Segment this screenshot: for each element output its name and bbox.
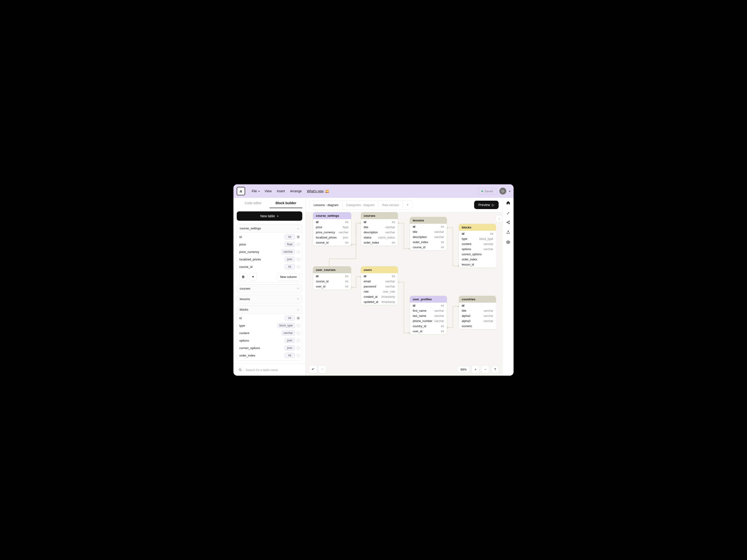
primary-key-indicator[interactable] [297, 250, 300, 254]
menu-insert[interactable]: Insert [277, 189, 285, 193]
tab-code-editor[interactable]: Code editor [237, 198, 269, 208]
export-icon[interactable] [506, 230, 510, 235]
delete-table-button[interactable]: 🗑 [239, 273, 247, 281]
expand-icon[interactable]: ⤢ [507, 211, 510, 215]
svg-point-0 [239, 369, 241, 371]
table-field-row: price_currencyvarchar [313, 230, 351, 235]
svg-point-17 [509, 223, 510, 224]
table-field-row: course_idint [410, 245, 447, 250]
menu-view[interactable]: View [265, 189, 272, 193]
play-icon: ▷ [492, 203, 494, 207]
new-table-button[interactable]: New table + [237, 211, 302, 221]
primary-key-indicator[interactable] [297, 324, 300, 327]
zoom-out-button[interactable]: − [481, 365, 489, 373]
column-row[interactable]: pricefloat [239, 241, 300, 248]
panel-header[interactable]: lessons ﹀ [237, 295, 302, 303]
ai-suggest-button[interactable]: ✦ [249, 273, 257, 281]
panel-header[interactable]: courses ﹀ [237, 285, 302, 293]
zoom-level[interactable]: 68% [458, 366, 470, 373]
table-card-blocks[interactable]: blocksidinttypeblock_typecontentvarcharo… [459, 224, 496, 268]
primary-key-indicator[interactable] [297, 354, 300, 357]
panel-actions: 🗑 ✦ New column [239, 273, 300, 281]
home-icon[interactable] [506, 201, 510, 206]
primary-key-indicator[interactable] [297, 317, 300, 320]
sparkle-icon: 💥 [325, 189, 329, 193]
tab-categories-diagram[interactable]: Categories - diagram [342, 201, 379, 209]
main-menu: File ▾ View Insert Arrange What's new 💥 [252, 189, 329, 193]
panel-header[interactable]: course_settings ︿ [237, 224, 302, 232]
column-row[interactable]: price_currencyvarchar [239, 248, 300, 256]
chevron-down-icon: ﹀ [297, 287, 299, 290]
canvas-header: Lessons - diagram Categories - diagram R… [306, 198, 503, 212]
table-field-row: first_namevarchar [410, 308, 447, 313]
primary-key-indicator[interactable] [297, 265, 300, 268]
primary-key-indicator[interactable] [297, 258, 300, 261]
column-row[interactable]: typeblock_type [239, 322, 300, 329]
app-logo[interactable]: n [237, 187, 245, 195]
search-input[interactable] [246, 368, 302, 372]
table-field-row: titlevarchar [410, 229, 447, 235]
column-row[interactable]: contentvarchar [239, 329, 300, 337]
topbar: n File ▾ View Insert Arrange What's new … [233, 184, 514, 198]
table-panel-course-settings: course_settings ︿ idint pricefloat price… [237, 224, 302, 282]
table-field-row: statuscoure_status [361, 235, 398, 240]
primary-key-indicator[interactable] [297, 339, 300, 342]
panel-header[interactable]: blocks ︿ [237, 305, 302, 314]
menu-arrange[interactable]: Arrange [290, 189, 302, 193]
table-field-row: roleuser_role [361, 289, 398, 294]
panel-body: idint pricefloat price_currencyvarchar l… [237, 232, 302, 282]
save-indicator-icon [481, 190, 483, 192]
table-field-row: order_index [459, 257, 496, 262]
tab-block-builder[interactable]: Block builder [269, 198, 303, 208]
zoom-in-button[interactable]: + [471, 365, 480, 373]
main-body: Code editor Block builder New table + co… [233, 198, 514, 376]
table-card-header: course_settings [313, 212, 351, 219]
collapse-panel-button[interactable]: › [496, 215, 503, 222]
chevron-down-icon: ﹀ [297, 297, 299, 301]
table-card-course-settings[interactable]: course_settingsidintpricefloatprice_curr… [313, 212, 351, 246]
column-row[interactable]: localized_pricesjson [239, 256, 300, 263]
app-window: n File ▾ View Insert Arrange What's new … [233, 184, 514, 376]
table-field-row: localized_pricesjson [313, 235, 351, 240]
visibility-icon[interactable] [506, 240, 510, 245]
table-card-user-courses[interactable]: user_coursesidintcourse_idintuser_idint [313, 266, 351, 290]
menu-whats-new[interactable]: What's new 💥 [307, 189, 329, 193]
table-field-row: correct_options [459, 252, 496, 257]
column-row[interactable]: course_idint [239, 263, 300, 270]
tab-lessons-diagram[interactable]: Lessons - diagram [310, 201, 342, 209]
table-panel-lessons: lessons ﹀ [237, 295, 302, 303]
chevron-down-icon[interactable]: ▾ [509, 190, 510, 192]
table-field-row: alpha2varchar [459, 313, 496, 319]
table-panel-courses: courses ﹀ [237, 284, 302, 293]
avatar[interactable]: ☺ [499, 188, 506, 195]
share-icon[interactable] [506, 220, 510, 225]
table-card-user-profiles[interactable]: user_profilesidintfirst_namevarcharlast_… [410, 296, 447, 335]
diagram-canvas[interactable]: › ↶ ↷ 68% + − ? course_settingsidintpric… [306, 212, 503, 376]
table-field-row: user_idint [410, 329, 447, 334]
tab-raw-version[interactable]: Raw version [379, 201, 403, 209]
table-card-countries[interactable]: countriesidtitlevarcharalpha2varcharalph… [459, 296, 496, 329]
new-column-button[interactable]: New column [277, 273, 300, 281]
primary-key-indicator[interactable] [297, 243, 300, 246]
primary-key-indicator[interactable] [297, 331, 300, 335]
table-field-row: titlevarchar [361, 225, 398, 230]
column-row[interactable]: optionsjson [239, 337, 300, 344]
preview-button[interactable]: Preview ▷ [474, 201, 499, 209]
help-button[interactable]: ? [491, 365, 499, 373]
redo-button[interactable]: ↷ [318, 365, 326, 373]
table-field-row: id [459, 303, 496, 308]
table-field-row: last_namevarchar [410, 313, 447, 319]
table-field-row: emailvarchar [361, 279, 398, 284]
menu-file[interactable]: File ▾ [252, 189, 260, 193]
column-row[interactable]: idint [239, 314, 300, 322]
table-card-courses[interactable]: coursesidinttitlevarchardescriptionvarch… [361, 212, 398, 246]
column-row[interactable]: order_indexint [239, 352, 300, 359]
table-card-users[interactable]: usersidintemailvarcharpasswordvarcharrol… [361, 266, 398, 305]
primary-key-indicator[interactable] [297, 347, 300, 349]
table-card-lessons[interactable]: lessonsidinttitlevarchardescriptionvarch… [410, 217, 447, 250]
column-row[interactable]: correct_optionsjson [239, 344, 300, 352]
column-row[interactable]: idint [239, 233, 300, 241]
add-tab-button[interactable]: + [403, 201, 412, 209]
undo-button[interactable]: ↶ [309, 365, 317, 373]
primary-key-indicator[interactable] [297, 235, 300, 238]
